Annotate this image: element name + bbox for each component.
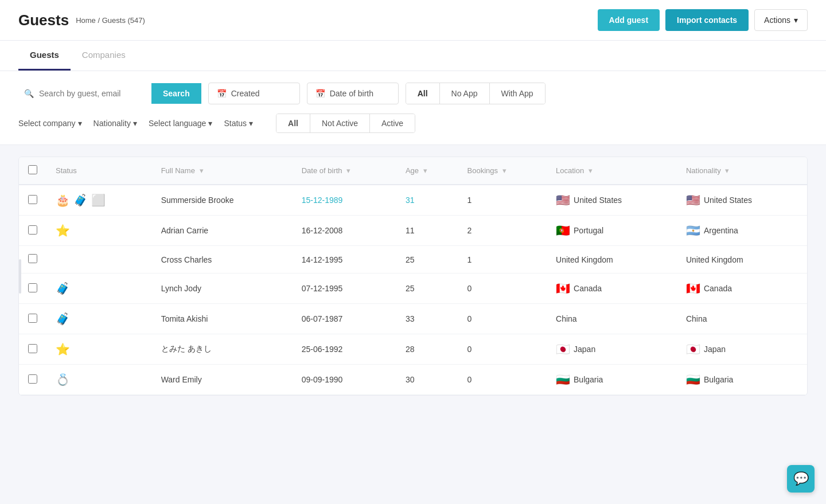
nationality-label: Nationality (93, 119, 131, 128)
sort-nationality-icon: ▾ (725, 166, 729, 175)
row-name: Summerside Brooke (152, 185, 293, 216)
row-location: China (547, 304, 677, 334)
row-checkbox-4[interactable] (28, 314, 37, 323)
breadcrumb: Home / Guests (547) (76, 16, 145, 25)
breadcrumb-count: (547) (128, 16, 145, 25)
chevron-down-icon: ▾ (794, 15, 798, 25)
search-button[interactable]: Search (151, 83, 201, 104)
sort-fullname-icon: ▾ (200, 166, 204, 175)
row-checkbox-5[interactable] (28, 344, 37, 353)
status-icon: 🎂 (56, 193, 70, 207)
import-contacts-button[interactable]: Import contacts (665, 9, 749, 31)
row-age[interactable]: 31 (396, 185, 458, 216)
row-dob: 14-12-1995 (293, 246, 396, 274)
status-toggle-active[interactable]: Active (370, 114, 415, 132)
row-dob: 25-06-1992 (293, 334, 396, 365)
col-fullname[interactable]: Full Name ▾ (152, 157, 293, 185)
row-dob[interactable]: 15-12-1989 (293, 185, 396, 216)
breadcrumb-current: Guests (102, 16, 126, 25)
status-icon: ⭐ (56, 224, 70, 237)
language-dropdown[interactable]: Select language ▾ (149, 119, 212, 128)
nationality-text: Argentina (704, 226, 738, 235)
table-row: ⭐とみた あきし25-06-1992280🇯🇵Japan🇯🇵Japan (19, 334, 807, 365)
location-flag-icon: 🇺🇸 (556, 193, 570, 207)
row-nationality: China (677, 304, 807, 334)
status-dropdown[interactable]: Status ▾ (224, 119, 253, 128)
page-header: Guests Home / Guests (547) Add guest Imp… (0, 0, 826, 41)
nationality-flag-icon: 🇧🇬 (686, 373, 700, 386)
actions-button[interactable]: Actions ▾ (754, 9, 808, 31)
row-status: 🧳 (46, 304, 152, 334)
col-nationality[interactable]: Nationality ▾ (677, 157, 807, 185)
nationality-dropdown[interactable]: Nationality ▾ (93, 119, 137, 128)
app-toggle-no-app[interactable]: No App (440, 83, 490, 104)
row-age: 33 (396, 304, 458, 334)
calendar-icon: 📅 (217, 89, 227, 98)
chevron-status-icon: ▾ (249, 119, 253, 128)
header-left: Guests Home / Guests (547) (18, 11, 145, 29)
nationality-flag-icon: 🇦🇷 (686, 224, 700, 237)
row-bookings: 1 (458, 246, 547, 274)
table-row: 🧳Tomita Akishi06-07-1987330ChinaChina (19, 304, 807, 334)
row-nationality: 🇧🇬Bulgaria (677, 365, 807, 395)
nationality-text: China (686, 314, 707, 323)
row-bookings: 1 (458, 185, 547, 216)
location-text: Portugal (574, 226, 603, 235)
location-text: Bulgaria (574, 375, 603, 384)
row-checkbox-2[interactable] (28, 254, 37, 263)
row-location: 🇨🇦Canada (547, 274, 677, 304)
col-bookings[interactable]: Bookings ▾ (458, 157, 547, 185)
table-wrap: Status Full Name ▾ Date of birth ▾ Age ▾… (19, 157, 807, 395)
tab-companies[interactable]: Companies (71, 41, 137, 71)
add-guest-button[interactable]: Add guest (598, 9, 660, 31)
status-icon: 🧳 (73, 193, 88, 207)
search-input-wrap: 🔍 (18, 83, 145, 104)
row-age: 28 (396, 334, 458, 365)
status-toggle-not-active[interactable]: Not Active (310, 114, 370, 132)
created-label: Created (231, 89, 260, 98)
col-dob[interactable]: Date of birth ▾ (293, 157, 396, 185)
nationality-text: Bulgaria (704, 375, 733, 384)
status-toggle-all[interactable]: All (276, 114, 310, 132)
row-nationality: United Kingdom (677, 246, 807, 274)
row-location: 🇺🇸United States (547, 185, 677, 216)
status-icon: 💍 (56, 373, 70, 386)
chevron-nationality-icon: ▾ (133, 119, 137, 128)
row-name: Adrian Carrie (152, 216, 293, 246)
row-checkbox-6[interactable] (28, 374, 37, 384)
status-icon: ⬜ (91, 193, 106, 207)
dob-filter[interactable]: 📅 Date of birth (307, 83, 399, 104)
location-flag-icon: 🇨🇦 (556, 282, 570, 295)
sort-bookings-icon: ▾ (502, 166, 506, 175)
col-age[interactable]: Age ▾ (396, 157, 458, 185)
table-row: ⭐Adrian Carrie16-12-2008112🇵🇹Portugal🇦🇷A… (19, 216, 807, 246)
chevron-language-icon: ▾ (208, 119, 212, 128)
status-toggle-group: All Not Active Active (276, 114, 415, 133)
row-nationality: 🇺🇸United States (677, 185, 807, 216)
location-text: China (556, 314, 577, 323)
row-nationality: 🇦🇷Argentina (677, 216, 807, 246)
row-age: 25 (396, 274, 458, 304)
table-header: Status Full Name ▾ Date of birth ▾ Age ▾… (19, 157, 807, 185)
row-age: 11 (396, 216, 458, 246)
select-all-checkbox[interactable] (28, 165, 37, 174)
app-toggle-all[interactable]: All (406, 83, 440, 104)
nationality-text: United Kingdom (686, 255, 743, 264)
search-input[interactable] (18, 83, 145, 104)
row-checkbox-3[interactable] (28, 283, 37, 292)
tab-guests[interactable]: Guests (18, 41, 71, 71)
row-location: 🇯🇵Japan (547, 334, 677, 365)
breadcrumb-sep: / (98, 16, 100, 25)
guests-table-section: Status Full Name ▾ Date of birth ▾ Age ▾… (18, 157, 808, 396)
row-nationality: 🇯🇵Japan (677, 334, 807, 365)
filters-section: 🔍 Search 📅 Created 📅 Date of birth All N… (0, 71, 826, 145)
col-location[interactable]: Location ▾ (547, 157, 677, 185)
created-filter[interactable]: 📅 Created (208, 83, 300, 104)
company-dropdown[interactable]: Select company ▾ (18, 119, 82, 128)
row-name: Cross Charles (152, 246, 293, 274)
row-bookings: 0 (458, 334, 547, 365)
row-checkbox-0[interactable] (28, 195, 37, 204)
row-checkbox-1[interactable] (28, 225, 37, 235)
app-toggle-with-app[interactable]: With App (490, 83, 545, 104)
sort-location-icon: ▾ (589, 166, 593, 175)
